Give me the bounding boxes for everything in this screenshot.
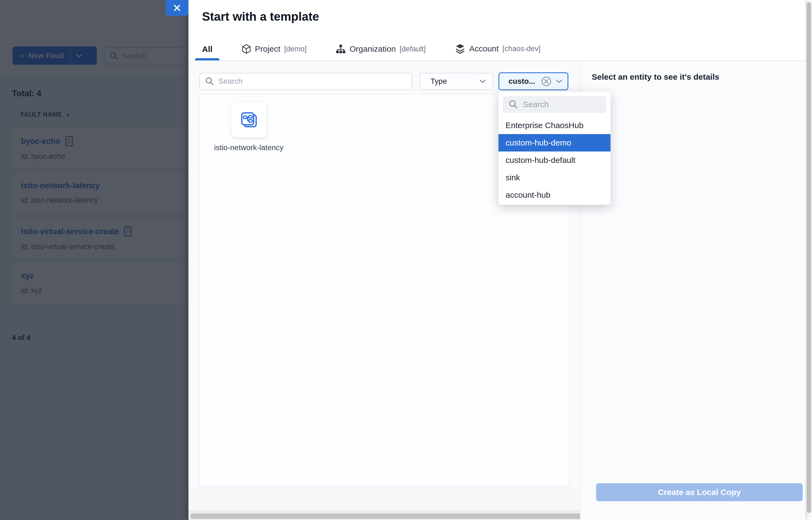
- cube-icon: [242, 44, 251, 54]
- chevron-down-icon: [479, 79, 486, 84]
- screen: Account: chaos-dev›Organization: default…: [0, 0, 812, 520]
- type-filter-dropdown[interactable]: Type: [420, 73, 493, 90]
- clear-filter-icon[interactable]: [541, 76, 552, 87]
- tab-scope: [default]: [399, 45, 425, 53]
- workflow-template-icon: [240, 111, 258, 129]
- hub-option-sink[interactable]: sink: [498, 169, 610, 186]
- hub-option-custom-hub-default[interactable]: custom-hub-default: [498, 152, 610, 169]
- modal-backdrop[interactable]: [0, 0, 188, 520]
- search-icon: [205, 77, 214, 86]
- type-filter-label: Type: [430, 77, 447, 86]
- details-placeholder-text: Select an entity to see it's details: [592, 72, 719, 82]
- tab-all[interactable]: All: [195, 45, 219, 60]
- layers-icon: [455, 44, 465, 54]
- tab-label: Project: [255, 44, 280, 54]
- template-browser: Type custo...: [188, 61, 580, 520]
- modal-title: Start with a template: [202, 10, 319, 23]
- template-search-box[interactable]: [199, 73, 412, 90]
- hub-filter-dropdown[interactable]: custo...: [498, 72, 568, 90]
- tab-label: Organization: [349, 44, 396, 54]
- template-card-istio-network-latency[interactable]: istio-network-latency: [213, 103, 284, 153]
- vertical-scrollbar[interactable]: [806, 0, 812, 520]
- sitemap-icon: [336, 44, 346, 54]
- details-panel: Select an entity to see it's details Cre…: [580, 61, 806, 520]
- template-search-input[interactable]: [218, 77, 406, 86]
- hub-options-list: Enterprise ChaosHub custom-hub-demo cust…: [498, 117, 610, 204]
- hub-menu-search-input[interactable]: [523, 100, 600, 109]
- tab-label: Account: [469, 44, 498, 53]
- hub-filter-value: custo...: [508, 77, 541, 86]
- grid-footer-strip: [188, 487, 580, 511]
- hub-menu-search-box[interactable]: [503, 96, 606, 113]
- tab-account[interactable]: Account [chaos-dev]: [448, 44, 547, 60]
- tab-organization[interactable]: Organization [default]: [329, 44, 433, 60]
- filter-row: Type custo...: [199, 72, 568, 90]
- scope-tabs: All Project [demo] Organization [default…: [195, 41, 547, 60]
- search-icon: [509, 100, 518, 109]
- tab-label: All: [202, 45, 212, 54]
- vertical-scrollbar-thumb[interactable]: [807, 2, 811, 513]
- tab-project[interactable]: Project [demo]: [235, 44, 314, 60]
- template-tile[interactable]: [231, 103, 266, 137]
- hub-dropdown-menu: Enterprise ChaosHub custom-hub-demo cust…: [498, 92, 610, 205]
- close-button[interactable]: [166, 0, 188, 16]
- hub-option-account-hub[interactable]: account-hub: [498, 186, 610, 204]
- close-icon: [173, 4, 181, 12]
- hub-option-enterprise-chaoshub[interactable]: Enterprise ChaosHub: [498, 117, 610, 134]
- template-card-label: istio-network-latency: [213, 142, 284, 153]
- hub-option-custom-hub-demo[interactable]: custom-hub-demo: [498, 134, 610, 152]
- tab-scope: [chaos-dev]: [502, 45, 541, 53]
- tab-scope: [demo]: [284, 45, 307, 53]
- create-as-local-copy-button[interactable]: Create as Local Copy: [596, 483, 803, 501]
- chevron-down-icon: [555, 79, 562, 84]
- start-with-template-modal: Start with a template All Project [demo]…: [188, 0, 806, 520]
